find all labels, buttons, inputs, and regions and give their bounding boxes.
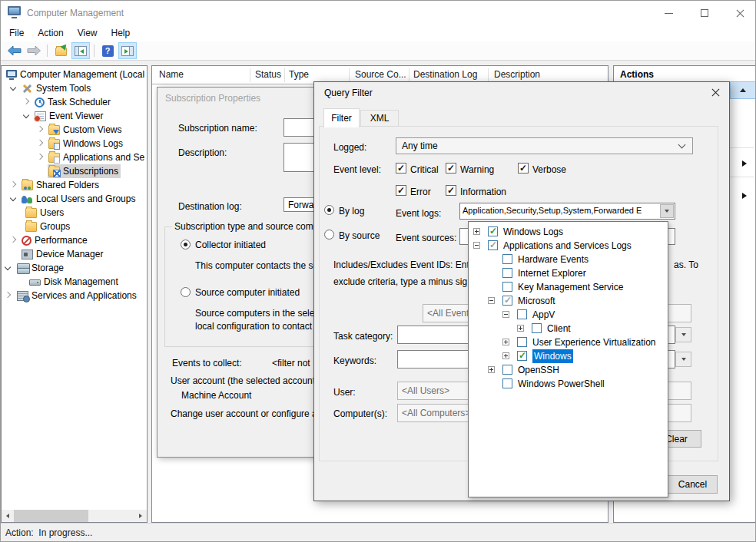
log-checkbox-hardware-events[interactable] <box>502 254 512 264</box>
tree-item-groups[interactable]: Groups <box>2 220 147 233</box>
collapse-minus-icon[interactable] <box>473 242 480 249</box>
column-separator[interactable] <box>488 68 489 82</box>
scrollbar-thumb[interactable] <box>14 510 88 522</box>
tree-item-services-and-applications[interactable]: Services and Applications <box>2 289 147 302</box>
warning-checkbox[interactable] <box>446 163 456 174</box>
chevron-right-icon[interactable] <box>23 98 29 104</box>
chevron-right-icon[interactable] <box>10 236 16 243</box>
log-tree-item-openssh[interactable]: OpenSSH <box>469 363 668 377</box>
log-checkbox-client[interactable] <box>532 323 542 333</box>
column-separator[interactable] <box>409 68 410 82</box>
log-tree-item-appv[interactable]: AppV <box>469 308 668 322</box>
collapse-minus-icon[interactable] <box>488 297 495 304</box>
close-button[interactable] <box>723 1 756 25</box>
log-checkbox-key-management-service[interactable] <box>502 282 512 292</box>
tree-item-system-tools[interactable]: System Tools <box>2 81 147 95</box>
tree-horizontal-scrollbar[interactable] <box>2 510 147 522</box>
maximize-button[interactable] <box>687 1 722 25</box>
column-separator[interactable] <box>349 68 350 82</box>
expand-plus-icon[interactable] <box>502 352 509 359</box>
log-checkbox-windows[interactable] <box>517 351 527 361</box>
collapse-section-button[interactable] <box>730 81 756 99</box>
log-checkbox-applications-and-services-logs[interactable] <box>488 240 498 250</box>
menu-help[interactable]: Help <box>104 25 138 41</box>
submenu-arrow-icon[interactable] <box>742 193 747 199</box>
cancel-button[interactable]: Cancel <box>668 475 718 494</box>
log-checkbox-openssh[interactable] <box>502 365 512 375</box>
chevron-right-icon[interactable] <box>37 126 43 132</box>
tree-item-custom-views[interactable]: Custom Views <box>2 123 147 137</box>
log-tree-item-windows[interactable]: Windows <box>469 349 668 363</box>
menu-view[interactable]: View <box>71 25 104 41</box>
log-tree-item-internet-explorer[interactable]: Internet Explorer <box>469 266 668 280</box>
menu-action[interactable]: Action <box>31 25 70 41</box>
tree-item-device-manager[interactable]: Device Manager <box>2 247 147 261</box>
log-checkbox-microsoft[interactable] <box>502 296 512 306</box>
column-separator[interactable] <box>250 68 250 82</box>
expand-plus-icon[interactable] <box>502 339 509 345</box>
tree-item-local-users-and-groups[interactable]: Local Users and Groups <box>2 192 147 206</box>
tree-item-shared-folders[interactable]: Shared Folders <box>2 178 147 192</box>
tree-item-disk-management[interactable]: Disk Management <box>2 275 147 289</box>
chevron-right-icon[interactable] <box>5 292 11 298</box>
critical-checkbox[interactable] <box>396 163 406 174</box>
scroll-left-button[interactable] <box>2 510 14 522</box>
column-header-status[interactable]: Status <box>255 66 281 84</box>
chevron-down-icon[interactable] <box>23 112 29 118</box>
log-tree-item-windows-powershell[interactable]: Windows PowerShell <box>469 377 668 391</box>
tree-item-storage[interactable]: Storage <box>2 261 147 275</box>
show-console-tree-button[interactable] <box>71 42 90 59</box>
log-tree-item-key-management-service[interactable]: Key Management Service <box>469 280 668 294</box>
tab-filter[interactable]: Filter <box>323 108 360 127</box>
log-checkbox-appv[interactable] <box>517 309 527 319</box>
tree-item-performance[interactable]: Performance <box>2 233 147 247</box>
log-tree-item-windows-logs[interactable]: Windows Logs <box>469 225 668 239</box>
menu-file[interactable]: File <box>2 25 31 41</box>
chevron-right-icon[interactable] <box>37 140 43 146</box>
log-checkbox-internet-explorer[interactable] <box>502 268 512 278</box>
show-action-pane-button[interactable] <box>118 42 137 59</box>
keywords-dropdown-button[interactable] <box>675 352 691 367</box>
log-checkbox-user-experience-virtualization[interactable] <box>517 337 527 347</box>
help-button[interactable]: ? <box>98 42 117 59</box>
forward-button[interactable] <box>25 42 43 59</box>
by-source-radio[interactable] <box>324 230 334 240</box>
tab-xml[interactable]: XML <box>360 110 399 127</box>
log-tree-item-microsoft[interactable]: Microsoft <box>469 294 668 308</box>
tree-item-applications-and-se[interactable]: Applications and Se <box>2 150 147 164</box>
log-checkbox-windows-powershell[interactable] <box>502 378 512 388</box>
information-checkbox[interactable] <box>446 185 456 196</box>
log-tree-item-applications-and-services-logs[interactable]: Applications and Services Logs <box>469 239 668 253</box>
logged-combo[interactable]: Any time <box>396 137 693 154</box>
chevron-down-icon[interactable] <box>5 264 11 270</box>
chevron-right-icon[interactable] <box>10 181 16 187</box>
expand-plus-icon[interactable] <box>473 228 480 235</box>
export-list-button[interactable] <box>51 42 70 59</box>
expand-plus-icon[interactable] <box>517 325 524 332</box>
source-initiated-radio[interactable] <box>181 287 191 297</box>
error-checkbox[interactable] <box>396 185 406 196</box>
task-category-dropdown-button[interactable] <box>675 327 691 342</box>
submenu-arrow-icon[interactable] <box>742 160 747 167</box>
event-logs-combo[interactable]: Application,Security,Setup,System,Forwar… <box>459 203 675 220</box>
event-logs-dropdown-button[interactable] <box>660 204 674 218</box>
chevron-right-icon[interactable] <box>37 154 43 160</box>
expand-plus-icon[interactable] <box>488 366 495 373</box>
collapse-minus-icon[interactable] <box>502 311 509 318</box>
column-separator[interactable] <box>284 68 285 82</box>
chevron-down-icon[interactable] <box>10 84 16 91</box>
log-tree-item-client[interactable]: Client <box>469 322 668 335</box>
column-header-type[interactable]: Type <box>289 66 309 84</box>
log-checkbox-windows-logs[interactable] <box>488 226 498 236</box>
verbose-checkbox[interactable] <box>518 163 529 174</box>
tree-item-computer-management-local[interactable]: Computer Management (Local <box>2 68 147 81</box>
chevron-down-icon[interactable] <box>10 195 16 201</box>
scroll-right-button[interactable] <box>134 510 147 522</box>
collector-initiated-radio[interactable] <box>181 240 191 250</box>
dialog-close-button[interactable] <box>702 83 728 102</box>
tree-item-users[interactable]: Users <box>2 206 147 220</box>
by-log-radio[interactable] <box>324 205 334 215</box>
log-tree-item-hardware-events[interactable]: Hardware Events <box>469 253 668 266</box>
tree-item-subscriptions[interactable]: Subscriptions <box>2 164 147 178</box>
back-button[interactable] <box>5 42 23 59</box>
